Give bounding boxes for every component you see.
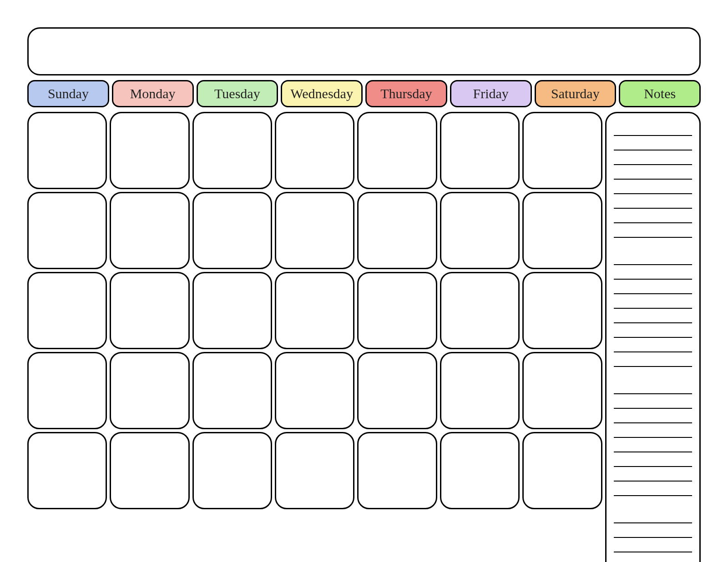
day-cell	[440, 112, 520, 189]
notes-header: Notes	[619, 80, 701, 107]
day-cell	[522, 192, 602, 269]
day-cell	[192, 352, 272, 429]
note-line	[614, 511, 693, 523]
day-cell	[110, 352, 189, 429]
note-line	[614, 296, 693, 309]
day-header-saturday: Saturday	[535, 80, 617, 107]
note-line	[614, 211, 693, 223]
day-cell	[27, 112, 107, 189]
note-line	[614, 138, 693, 151]
day-header-row: SundayMondayTuesdayWednesdayThursdayFrid…	[23, 80, 705, 107]
note-line	[614, 196, 693, 209]
notes-column	[605, 112, 701, 562]
day-cell	[110, 432, 189, 509]
day-cell	[275, 432, 354, 509]
note-line	[614, 554, 693, 562]
day-cell	[440, 272, 520, 349]
note-line	[614, 425, 693, 438]
note-line	[614, 540, 693, 552]
note-line	[614, 167, 693, 180]
notes-line-group	[612, 251, 694, 368]
day-cell	[110, 272, 189, 349]
day-cell	[192, 272, 272, 349]
day-cell	[275, 192, 354, 269]
note-line	[614, 340, 693, 352]
day-cell	[357, 272, 437, 349]
day-cell	[440, 352, 520, 429]
day-cell	[192, 432, 272, 509]
note-line	[614, 325, 693, 338]
day-cell	[357, 112, 437, 189]
day-cell	[440, 192, 520, 269]
note-line	[614, 181, 693, 194]
note-line	[614, 454, 693, 467]
day-cell	[522, 352, 602, 429]
day-cell	[275, 112, 354, 189]
day-cell	[522, 112, 602, 189]
note-line	[614, 281, 693, 294]
note-line	[614, 440, 693, 452]
day-cell	[110, 112, 189, 189]
day-cell	[110, 192, 189, 269]
day-cell	[522, 432, 602, 509]
note-line	[614, 483, 693, 496]
title-bar	[27, 27, 701, 75]
note-line	[614, 311, 693, 323]
day-header-friday: Friday	[450, 80, 532, 107]
note-line	[614, 525, 693, 538]
day-cell	[357, 192, 437, 269]
day-cell	[357, 352, 437, 429]
day-cell	[275, 352, 354, 429]
day-cell	[192, 112, 272, 189]
note-line	[614, 225, 693, 238]
main-area	[23, 112, 705, 562]
day-header-tuesday: Tuesday	[197, 80, 278, 107]
day-cell	[27, 352, 107, 429]
notes-line-group	[612, 510, 694, 562]
day-cell	[357, 432, 437, 509]
note-line	[614, 411, 693, 423]
day-cell	[27, 192, 107, 269]
note-line	[614, 381, 693, 394]
day-cell	[275, 272, 354, 349]
day-cell	[440, 432, 520, 509]
calendar-template: SundayMondayTuesdayWednesdayThursdayFrid…	[0, 0, 728, 562]
note-line	[614, 396, 693, 409]
calendar-grid	[27, 112, 602, 562]
day-cell	[27, 432, 107, 509]
day-header-sunday: Sunday	[27, 80, 109, 107]
notes-line-group	[612, 381, 694, 497]
note-line	[614, 267, 693, 280]
note-line	[614, 123, 693, 136]
day-header-thursday: Thursday	[365, 80, 447, 107]
day-header-wednesday: Wednesday	[281, 80, 363, 107]
note-line	[614, 152, 693, 165]
day-cell	[192, 192, 272, 269]
day-header-monday: Monday	[112, 80, 194, 107]
notes-line-group	[612, 122, 694, 239]
note-line	[614, 354, 693, 367]
day-cell	[522, 272, 602, 349]
note-line	[614, 469, 693, 482]
day-cell	[27, 272, 107, 349]
note-line	[614, 252, 693, 265]
